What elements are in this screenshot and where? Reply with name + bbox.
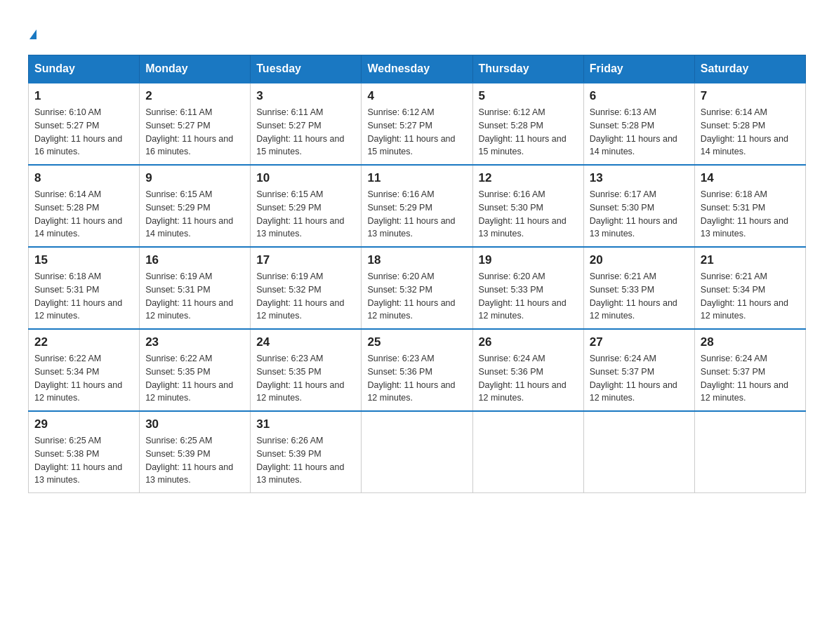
day-info: Sunrise: 6:25 AMSunset: 5:39 PMDaylight:… bbox=[145, 436, 233, 485]
calendar-week-row: 29 Sunrise: 6:25 AMSunset: 5:38 PMDaylig… bbox=[29, 411, 806, 493]
day-number: 20 bbox=[590, 253, 689, 267]
calendar-day-cell: 4 Sunrise: 6:12 AMSunset: 5:27 PMDayligh… bbox=[362, 83, 472, 165]
day-info: Sunrise: 6:12 AMSunset: 5:27 PMDaylight:… bbox=[367, 107, 455, 156]
calendar-day-cell: 5 Sunrise: 6:12 AMSunset: 5:28 PMDayligh… bbox=[472, 83, 583, 165]
calendar-day-cell: 18 Sunrise: 6:20 AMSunset: 5:32 PMDaylig… bbox=[362, 247, 472, 329]
day-info: Sunrise: 6:26 AMSunset: 5:39 PMDaylight:… bbox=[256, 436, 344, 485]
day-number: 29 bbox=[34, 417, 133, 431]
calendar-day-cell bbox=[362, 411, 472, 493]
day-info: Sunrise: 6:22 AMSunset: 5:34 PMDaylight:… bbox=[34, 354, 122, 403]
day-info: Sunrise: 6:24 AMSunset: 5:37 PMDaylight:… bbox=[701, 354, 788, 403]
day-number: 21 bbox=[701, 253, 800, 267]
calendar-day-cell: 16 Sunrise: 6:19 AMSunset: 5:31 PMDaylig… bbox=[140, 247, 251, 329]
day-number: 14 bbox=[701, 171, 800, 185]
day-info: Sunrise: 6:15 AMSunset: 5:29 PMDaylight:… bbox=[145, 189, 233, 239]
day-info: Sunrise: 6:20 AMSunset: 5:32 PMDaylight:… bbox=[367, 271, 455, 321]
calendar-day-header: Friday bbox=[583, 55, 694, 83]
day-number: 15 bbox=[34, 253, 133, 267]
day-number: 7 bbox=[701, 89, 800, 103]
calendar-week-row: 22 Sunrise: 6:22 AMSunset: 5:34 PMDaylig… bbox=[29, 329, 806, 411]
calendar-day-cell: 28 Sunrise: 6:24 AMSunset: 5:37 PMDaylig… bbox=[694, 329, 805, 411]
day-number: 30 bbox=[145, 417, 244, 431]
logo-top-row bbox=[28, 21, 37, 41]
calendar-week-row: 15 Sunrise: 6:18 AMSunset: 5:31 PMDaylig… bbox=[29, 247, 806, 329]
calendar-day-header: Thursday bbox=[472, 55, 583, 83]
calendar-day-cell: 23 Sunrise: 6:22 AMSunset: 5:35 PMDaylig… bbox=[140, 329, 251, 411]
day-number: 6 bbox=[590, 89, 689, 103]
calendar-day-cell: 19 Sunrise: 6:20 AMSunset: 5:33 PMDaylig… bbox=[472, 247, 583, 329]
calendar-day-cell: 31 Sunrise: 6:26 AMSunset: 5:39 PMDaylig… bbox=[251, 411, 362, 493]
day-number: 28 bbox=[701, 335, 800, 349]
day-number: 19 bbox=[479, 253, 578, 267]
day-number: 8 bbox=[34, 171, 133, 185]
day-info: Sunrise: 6:24 AMSunset: 5:37 PMDaylight:… bbox=[590, 354, 677, 403]
calendar-day-cell bbox=[583, 411, 694, 493]
calendar-day-cell: 29 Sunrise: 6:25 AMSunset: 5:38 PMDaylig… bbox=[29, 411, 140, 493]
calendar-day-cell: 2 Sunrise: 6:11 AMSunset: 5:27 PMDayligh… bbox=[140, 83, 251, 165]
day-number: 10 bbox=[256, 171, 355, 185]
calendar-day-cell: 21 Sunrise: 6:21 AMSunset: 5:34 PMDaylig… bbox=[694, 247, 805, 329]
calendar-day-cell: 8 Sunrise: 6:14 AMSunset: 5:28 PMDayligh… bbox=[29, 165, 140, 247]
day-info: Sunrise: 6:22 AMSunset: 5:35 PMDaylight:… bbox=[145, 354, 233, 403]
day-info: Sunrise: 6:21 AMSunset: 5:34 PMDaylight:… bbox=[701, 271, 788, 321]
day-info: Sunrise: 6:25 AMSunset: 5:38 PMDaylight:… bbox=[34, 436, 122, 485]
day-number: 18 bbox=[367, 253, 466, 267]
calendar-body: 1 Sunrise: 6:10 AMSunset: 5:27 PMDayligh… bbox=[29, 83, 806, 493]
day-number: 13 bbox=[590, 171, 689, 185]
day-number: 24 bbox=[256, 335, 355, 349]
day-info: Sunrise: 6:10 AMSunset: 5:27 PMDaylight:… bbox=[34, 107, 122, 156]
day-info: Sunrise: 6:19 AMSunset: 5:32 PMDaylight:… bbox=[256, 271, 344, 321]
day-info: Sunrise: 6:13 AMSunset: 5:28 PMDaylight:… bbox=[590, 107, 677, 156]
day-info: Sunrise: 6:20 AMSunset: 5:33 PMDaylight:… bbox=[479, 271, 567, 321]
day-number: 9 bbox=[145, 171, 244, 185]
day-info: Sunrise: 6:18 AMSunset: 5:31 PMDaylight:… bbox=[34, 271, 122, 321]
calendar-day-cell: 26 Sunrise: 6:24 AMSunset: 5:36 PMDaylig… bbox=[472, 329, 583, 411]
day-info: Sunrise: 6:15 AMSunset: 5:29 PMDaylight:… bbox=[256, 189, 344, 239]
day-number: 27 bbox=[590, 335, 689, 349]
day-info: Sunrise: 6:18 AMSunset: 5:31 PMDaylight:… bbox=[701, 189, 788, 239]
calendar-day-cell bbox=[694, 411, 805, 493]
day-info: Sunrise: 6:14 AMSunset: 5:28 PMDaylight:… bbox=[34, 189, 122, 239]
calendar-day-cell: 17 Sunrise: 6:19 AMSunset: 5:32 PMDaylig… bbox=[251, 247, 362, 329]
calendar-day-cell: 7 Sunrise: 6:14 AMSunset: 5:28 PMDayligh… bbox=[694, 83, 805, 165]
day-number: 25 bbox=[367, 335, 466, 349]
day-info: Sunrise: 6:24 AMSunset: 5:36 PMDaylight:… bbox=[479, 354, 567, 403]
day-number: 5 bbox=[479, 89, 578, 103]
day-number: 31 bbox=[256, 417, 355, 431]
calendar-day-cell bbox=[472, 411, 583, 493]
day-info: Sunrise: 6:11 AMSunset: 5:27 PMDaylight:… bbox=[256, 107, 344, 156]
calendar-week-row: 1 Sunrise: 6:10 AMSunset: 5:27 PMDayligh… bbox=[29, 83, 806, 165]
day-info: Sunrise: 6:23 AMSunset: 5:35 PMDaylight:… bbox=[256, 354, 344, 403]
calendar-day-cell: 20 Sunrise: 6:21 AMSunset: 5:33 PMDaylig… bbox=[583, 247, 694, 329]
calendar-day-cell: 3 Sunrise: 6:11 AMSunset: 5:27 PMDayligh… bbox=[251, 83, 362, 165]
day-info: Sunrise: 6:21 AMSunset: 5:33 PMDaylight:… bbox=[590, 271, 677, 321]
calendar-day-cell: 24 Sunrise: 6:23 AMSunset: 5:35 PMDaylig… bbox=[251, 329, 362, 411]
page-header bbox=[28, 21, 806, 41]
calendar-day-header: Wednesday bbox=[362, 55, 472, 83]
calendar-day-cell: 6 Sunrise: 6:13 AMSunset: 5:28 PMDayligh… bbox=[583, 83, 694, 165]
calendar-day-header: Sunday bbox=[29, 55, 140, 83]
calendar-header-row: SundayMondayTuesdayWednesdayThursdayFrid… bbox=[29, 55, 806, 83]
calendar-day-cell: 15 Sunrise: 6:18 AMSunset: 5:31 PMDaylig… bbox=[29, 247, 140, 329]
day-info: Sunrise: 6:16 AMSunset: 5:29 PMDaylight:… bbox=[367, 189, 455, 239]
day-info: Sunrise: 6:17 AMSunset: 5:30 PMDaylight:… bbox=[590, 189, 677, 239]
calendar-day-cell: 14 Sunrise: 6:18 AMSunset: 5:31 PMDaylig… bbox=[694, 165, 805, 247]
logo bbox=[28, 21, 37, 41]
day-number: 12 bbox=[479, 171, 578, 185]
day-number: 2 bbox=[145, 89, 244, 103]
calendar-day-cell: 13 Sunrise: 6:17 AMSunset: 5:30 PMDaylig… bbox=[583, 165, 694, 247]
calendar-day-header: Tuesday bbox=[251, 55, 362, 83]
calendar-table: SundayMondayTuesdayWednesdayThursdayFrid… bbox=[28, 55, 806, 493]
day-info: Sunrise: 6:16 AMSunset: 5:30 PMDaylight:… bbox=[479, 189, 567, 239]
day-number: 4 bbox=[367, 89, 466, 103]
day-info: Sunrise: 6:23 AMSunset: 5:36 PMDaylight:… bbox=[367, 354, 455, 403]
calendar-day-header: Monday bbox=[140, 55, 251, 83]
calendar-day-cell: 27 Sunrise: 6:24 AMSunset: 5:37 PMDaylig… bbox=[583, 329, 694, 411]
calendar-day-cell: 30 Sunrise: 6:25 AMSunset: 5:39 PMDaylig… bbox=[140, 411, 251, 493]
calendar-day-cell: 9 Sunrise: 6:15 AMSunset: 5:29 PMDayligh… bbox=[140, 165, 251, 247]
day-number: 23 bbox=[145, 335, 244, 349]
calendar-day-cell: 12 Sunrise: 6:16 AMSunset: 5:30 PMDaylig… bbox=[472, 165, 583, 247]
day-number: 26 bbox=[479, 335, 578, 349]
day-number: 3 bbox=[256, 89, 355, 103]
calendar-day-cell: 11 Sunrise: 6:16 AMSunset: 5:29 PMDaylig… bbox=[362, 165, 472, 247]
